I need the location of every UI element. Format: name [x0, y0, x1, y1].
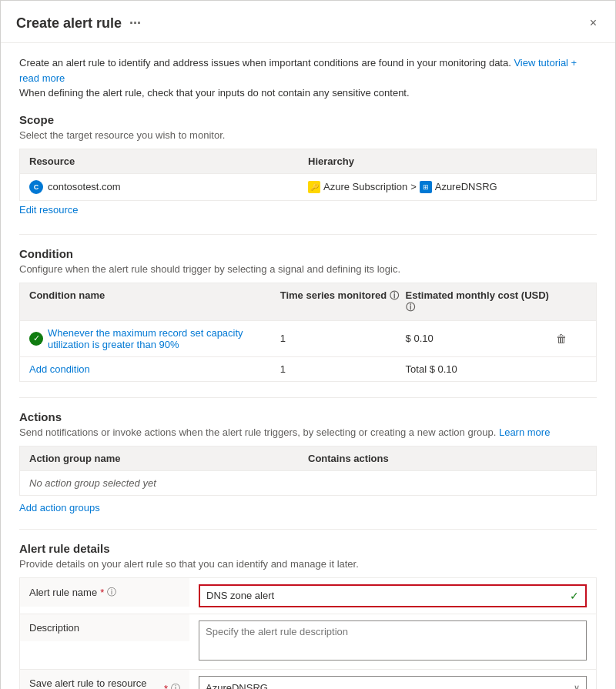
details-desc: Provide details on your alert rule so th…: [19, 558, 597, 570]
add-action-link[interactable]: Add action groups: [19, 502, 100, 513]
intro-subtext: When defining the alert rule, check that…: [19, 87, 410, 99]
resource-group-chevron: ∨: [574, 683, 580, 689]
dialog-body: Create an alert rule to identify and add…: [1, 43, 615, 689]
condition-col-name: Condition name: [29, 289, 280, 314]
desc-label: Description: [29, 622, 79, 634]
name-info-icon[interactable]: ⓘ: [107, 586, 116, 599]
save-rg-form-row: Save alert rule to resource group * ⓘ Az…: [20, 670, 596, 690]
details-title: Alert rule details: [19, 542, 597, 555]
close-button[interactable]: ×: [587, 13, 600, 33]
create-alert-rule-dialog: Create alert rule ··· × Create an alert …: [0, 0, 616, 689]
description-textarea[interactable]: [199, 620, 587, 661]
condition-link[interactable]: Whenever the maximum record set capacity…: [48, 327, 280, 350]
scope-section: Scope Select the target resource you wis…: [19, 113, 597, 219]
name-value-cell: DNS zone alert ✓: [189, 578, 596, 614]
condition-section: Condition Configure when the alert rule …: [19, 234, 597, 382]
subscription-text: Azure Subscription: [323, 181, 407, 192]
total-action-placeholder: [556, 363, 587, 375]
condition-total-row: Add condition 1 Total $ 0.10: [20, 357, 596, 381]
scope-resource-row: C contosotest.com 🔑 Azure Subscription >…: [20, 174, 596, 200]
alert-rule-name-input[interactable]: DNS zone alert ✓: [199, 584, 587, 607]
dialog-title-text: Create alert rule: [16, 15, 122, 32]
desc-label-cell: Description: [20, 614, 189, 641]
scope-col-hierarchy: Hierarchy: [308, 156, 587, 167]
save-rg-value-cell: AzureDNSRG ∨: [189, 670, 596, 690]
subscription-icon: 🔑: [308, 181, 320, 193]
dialog-title: Create alert rule ···: [16, 15, 141, 32]
delete-condition-icon[interactable]: 🗑: [556, 333, 587, 345]
more-options-icon[interactable]: ···: [129, 15, 141, 32]
name-input-text: DNS zone alert: [206, 590, 274, 601]
condition-data-row: ✓ Whenever the maximum record set capaci…: [20, 321, 596, 357]
total-cost: Total $ 0.10: [406, 363, 556, 375]
condition-cost: $ 0.10: [406, 333, 556, 344]
actions-col-name: Action group name: [29, 453, 308, 464]
actions-desc: Send notifications or invoke actions whe…: [19, 426, 597, 438]
condition-table-header: Condition name Time series monitored ⓘ E…: [20, 283, 596, 321]
condition-check-icon: ✓: [29, 332, 43, 346]
save-rg-info-icon[interactable]: ⓘ: [171, 682, 180, 689]
no-action-text: No action group selected yet: [29, 477, 308, 489]
add-condition-link[interactable]: Add condition: [29, 363, 280, 375]
name-input-check-icon: ✓: [570, 590, 579, 602]
edit-resource-link[interactable]: Edit resource: [19, 204, 79, 216]
details-form: Alert rule name * ⓘ DNS zone alert ✓ De: [19, 577, 597, 690]
condition-time-series: 1: [280, 333, 406, 344]
save-rg-label-cell: Save alert rule to resource group * ⓘ: [20, 670, 189, 690]
name-label-cell: Alert rule name * ⓘ: [20, 578, 189, 607]
save-rg-label: Save alert rule to resource group: [29, 677, 161, 690]
desc-form-row: Description: [20, 614, 596, 670]
no-action-row: No action group selected yet: [20, 471, 596, 495]
time-info-icon[interactable]: ⓘ: [390, 290, 399, 301]
save-rg-required: *: [164, 683, 168, 689]
name-label: Alert rule name: [29, 587, 97, 598]
rg-text: AzureDNSRG: [435, 181, 497, 192]
actions-table-header: Action group name Contains actions: [20, 447, 596, 471]
details-section: Alert rule details Provide details on yo…: [19, 529, 597, 690]
hierarchy-arrow: >: [410, 181, 417, 192]
condition-col-action: [556, 289, 587, 314]
scope-desc: Select the target resource you wish to m…: [19, 129, 597, 141]
scope-col-resource: Resource: [29, 156, 308, 167]
condition-desc: Configure when the alert rule should tri…: [19, 263, 597, 275]
resource-name-text: contosotest.com: [48, 181, 121, 192]
intro-text: Create an alert rule to identify and add…: [19, 57, 511, 69]
intro-section: Create an alert rule to identify and add…: [19, 55, 597, 101]
condition-title: Condition: [19, 247, 597, 260]
dialog-header: Create alert rule ··· ×: [1, 1, 615, 43]
cost-info-icon[interactable]: ⓘ: [406, 302, 415, 313]
rg-icon: ⊞: [420, 181, 432, 193]
condition-col-time: Time series monitored ⓘ: [280, 289, 406, 314]
resource-icon: C: [29, 180, 43, 194]
resource-name-cell: C contosotest.com: [29, 180, 308, 194]
resource-group-select[interactable]: AzureDNSRG ∨: [199, 676, 587, 690]
actions-col-contains: Contains actions: [308, 453, 587, 464]
resource-group-value: AzureDNSRG: [206, 682, 268, 689]
learn-more-link[interactable]: Learn more: [499, 426, 550, 438]
condition-name-cell: ✓ Whenever the maximum record set capaci…: [29, 327, 280, 350]
actions-table: Action group name Contains actions No ac…: [19, 446, 597, 496]
scope-title: Scope: [19, 113, 597, 126]
scope-table: Resource Hierarchy C contosotest.com 🔑 A…: [19, 149, 597, 201]
add-action-link-container: Add action groups: [19, 496, 597, 513]
hierarchy-cell: 🔑 Azure Subscription > ⊞ AzureDNSRG: [308, 181, 587, 193]
desc-value-cell: [189, 614, 596, 669]
actions-section: Actions Send notifications or invoke act…: [19, 397, 597, 513]
condition-col-cost: Estimated monthly cost (USD) ⓘ: [406, 289, 556, 314]
scope-table-header: Resource Hierarchy: [20, 149, 596, 174]
name-form-row: Alert rule name * ⓘ DNS zone alert ✓: [20, 578, 596, 614]
actions-title: Actions: [19, 410, 597, 423]
condition-table: Condition name Time series monitored ⓘ E…: [19, 283, 597, 382]
total-time-series: 1: [280, 363, 406, 375]
name-required: *: [100, 587, 104, 598]
edit-resource-link-container: Edit resource: [19, 201, 597, 219]
